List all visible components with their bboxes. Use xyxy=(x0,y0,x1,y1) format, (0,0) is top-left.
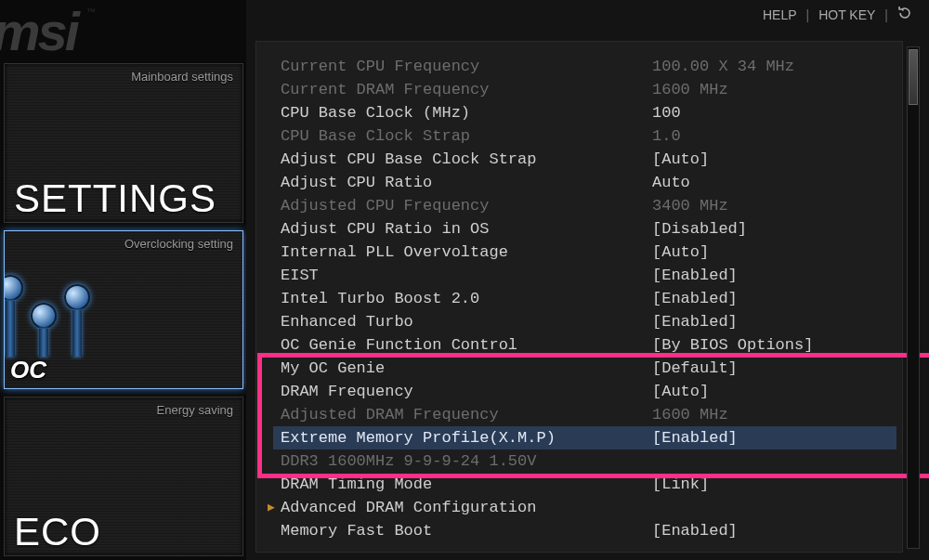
scrollbar-thumb[interactable] xyxy=(909,49,918,105)
separator: | xyxy=(884,7,888,22)
setting-value: [Enabled] xyxy=(652,287,738,310)
setting-label: Adjust CPU Ratio xyxy=(281,171,652,194)
separator: | xyxy=(806,7,810,22)
setting-label: Intel Turbo Boost 2.0 xyxy=(281,287,652,310)
main-panel: HELP | HOT KEY | Current CPU Frequency10… xyxy=(246,0,929,560)
setting-label: EIST xyxy=(281,264,652,287)
setting-value: Auto xyxy=(652,171,690,194)
topbar: HELP | HOT KEY | xyxy=(763,6,912,23)
setting-value: [Link] xyxy=(652,473,709,496)
tab-eco-title: ECO xyxy=(5,513,242,555)
setting-row[interactable]: Adjust CPU Base Clock Strap[Auto] xyxy=(273,148,896,171)
setting-value: 1600 MHz xyxy=(652,78,728,101)
setting-value: [Default] xyxy=(652,357,738,380)
tab-oc-title: OC xyxy=(10,356,46,384)
setting-label: Advanced DRAM Configuration xyxy=(281,496,652,519)
setting-row[interactable]: DRAM Frequency[Auto] xyxy=(273,380,896,403)
setting-row[interactable]: OC Genie Function Control[By BIOS Option… xyxy=(273,333,896,357)
setting-row[interactable]: DDR3 1600MHz 9-9-9-24 1.50V xyxy=(273,449,896,473)
setting-value: [Disabled] xyxy=(652,217,747,241)
setting-row[interactable]: My OC Genie[Default] xyxy=(273,357,896,380)
setting-label: Adjusted CPU Frequency xyxy=(281,194,652,217)
setting-row[interactable]: Adjust CPU Ratio in OS[Disabled] xyxy=(273,217,896,241)
setting-row[interactable]: Current DRAM Frequency1600 MHz xyxy=(273,78,896,101)
setting-row[interactable]: Intel Turbo Boost 2.0[Enabled] xyxy=(273,287,896,310)
setting-label: Enhanced Turbo xyxy=(281,310,652,333)
setting-value: [Enabled] xyxy=(652,426,738,449)
setting-label: OC Genie Function Control xyxy=(281,333,652,357)
setting-row[interactable]: Adjusted DRAM Frequency1600 MHz xyxy=(273,403,896,426)
setting-row[interactable]: CPU Base Clock (MHz)100 xyxy=(273,101,896,124)
setting-label: My OC Genie xyxy=(281,357,652,380)
setting-value: [Auto] xyxy=(652,380,709,403)
setting-label: Adjusted DRAM Frequency xyxy=(281,403,652,426)
setting-label: Adjust CPU Base Clock Strap xyxy=(281,148,652,171)
setting-value: 1600 MHz xyxy=(652,403,728,426)
submenu-arrow-icon: ▶ xyxy=(268,496,275,519)
sidebar: msi™ Mainboard settings SETTINGS Overclo… xyxy=(0,0,246,560)
setting-value: [Enabled] xyxy=(652,519,738,542)
setting-row[interactable]: EIST[Enabled] xyxy=(273,264,896,287)
setting-label: Extreme Memory Profile(X.M.P) xyxy=(281,426,652,449)
back-icon[interactable] xyxy=(897,6,912,23)
tab-settings-subtitle: Mainboard settings xyxy=(131,70,233,84)
setting-value: [Enabled] xyxy=(652,264,738,287)
tab-overclocking[interactable]: Overclocking setting OC xyxy=(4,230,243,390)
setting-value: [Enabled] xyxy=(652,310,738,333)
setting-value: [Auto] xyxy=(652,241,709,264)
setting-row[interactable]: DRAM Timing Mode[Link] xyxy=(273,473,896,496)
tab-settings-title: SETTINGS xyxy=(5,179,242,222)
setting-value: 3400 MHz xyxy=(652,194,728,217)
setting-value: [By BIOS Options] xyxy=(652,333,813,357)
settings-panel: Current CPU Frequency100.00 X 34 MHzCurr… xyxy=(255,41,903,553)
setting-label: Internal PLL Overvoltage xyxy=(281,241,652,264)
setting-label: Current CPU Frequency xyxy=(281,55,652,78)
setting-row[interactable]: Current CPU Frequency100.00 X 34 MHz xyxy=(273,55,896,78)
hotkey-link[interactable]: HOT KEY xyxy=(818,7,875,22)
tab-eco[interactable]: Energy saving ECO xyxy=(4,397,243,556)
setting-row[interactable]: Extreme Memory Profile(X.M.P)[Enabled] xyxy=(273,426,896,449)
sliders-icon xyxy=(4,275,90,357)
setting-row[interactable]: Internal PLL Overvoltage[Auto] xyxy=(273,241,896,264)
tab-oc-subtitle: Overclocking setting xyxy=(124,237,233,251)
setting-value: 1.0 xyxy=(652,124,681,148)
setting-row[interactable]: Memory Fast Boot[Enabled] xyxy=(273,519,896,542)
setting-value: 100.00 X 34 MHz xyxy=(652,55,794,78)
setting-row[interactable]: ▶Advanced DRAM Configuration xyxy=(273,496,896,519)
setting-row[interactable]: Adjusted CPU Frequency3400 MHz xyxy=(273,194,896,217)
setting-label: Adjust CPU Ratio in OS xyxy=(281,217,652,241)
scrollbar[interactable] xyxy=(907,46,920,549)
setting-value: 100 xyxy=(652,101,681,124)
setting-value: [Auto] xyxy=(652,148,709,171)
setting-label: DRAM Frequency xyxy=(281,380,652,403)
logo-block: msi™ xyxy=(0,0,246,59)
setting-row[interactable]: Adjust CPU RatioAuto xyxy=(273,171,896,194)
setting-label: CPU Base Clock Strap xyxy=(281,124,652,148)
help-link[interactable]: HELP xyxy=(763,7,797,22)
brand-logo: msi xyxy=(0,1,77,61)
setting-row[interactable]: Enhanced Turbo[Enabled] xyxy=(273,310,896,333)
settings-list: Current CPU Frequency100.00 X 34 MHzCurr… xyxy=(256,42,902,553)
setting-label: Memory Fast Boot xyxy=(281,519,652,542)
setting-label: CPU Base Clock (MHz) xyxy=(281,101,652,124)
setting-label: Current DRAM Frequency xyxy=(281,78,652,101)
trademark-icon: ™ xyxy=(86,7,93,17)
setting-label: DDR3 1600MHz 9-9-9-24 1.50V xyxy=(281,449,652,473)
tab-settings[interactable]: Mainboard settings SETTINGS xyxy=(4,63,243,223)
setting-row[interactable]: CPU Base Clock Strap1.0 xyxy=(273,124,896,148)
setting-label: DRAM Timing Mode xyxy=(281,473,652,496)
tab-eco-subtitle: Energy saving xyxy=(157,403,233,417)
